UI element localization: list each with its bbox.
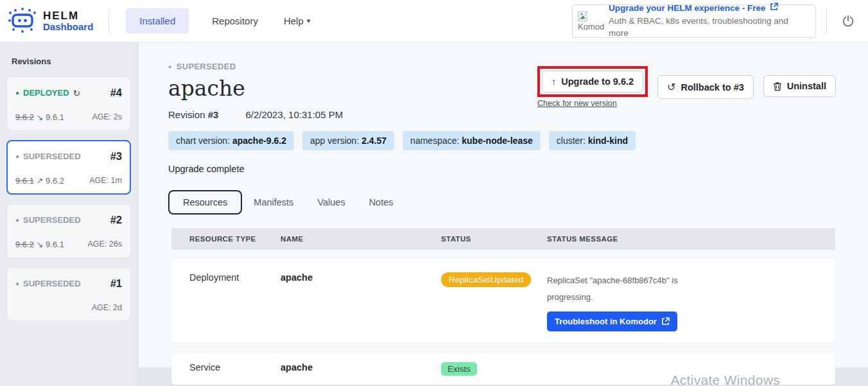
tab-values[interactable]: Values bbox=[317, 197, 345, 207]
revision-age: AGE: 2d bbox=[92, 303, 122, 312]
revision-number: #2 bbox=[110, 214, 122, 226]
revision-status: ● SUPERSEDED bbox=[15, 279, 81, 288]
reload-icon[interactable]: ↻ bbox=[73, 88, 81, 98]
status-message-line: progressing. bbox=[547, 289, 822, 306]
annotation-highlight-box: ↑ Upgrade to 9.6.2 bbox=[537, 66, 648, 97]
nav-menu-help[interactable]: Help ▾ bbox=[284, 15, 310, 26]
status-label: SUPERSEDED bbox=[23, 152, 81, 161]
help-label: Help bbox=[284, 15, 304, 26]
release-description: Upgrade complete bbox=[168, 164, 836, 174]
troubleshoot-komodor-button[interactable]: Troubleshoot in Komodor bbox=[547, 311, 677, 331]
status-dot-icon: ● bbox=[15, 153, 19, 160]
new-version: 9.6.1 bbox=[46, 240, 64, 249]
release-header: ● SUPERSEDED apache Revision #3 6/2/2023… bbox=[168, 62, 343, 120]
tab-resources[interactable]: Resources bbox=[168, 190, 242, 215]
logo-subtitle: Dashboard bbox=[43, 22, 93, 32]
revision-card-1[interactable]: ● SUPERSEDED #1 AGE: 2d bbox=[6, 267, 131, 321]
version-change: 9.6.2 ↘ 9.6.1 bbox=[15, 240, 64, 249]
nav-tab-repository[interactable]: Repository bbox=[212, 15, 258, 26]
status-message-line: ReplicaSet "apache-68fb867c4b" is bbox=[547, 272, 822, 289]
revision-age: AGE: 2s bbox=[92, 112, 122, 122]
status-dot-icon: ● bbox=[168, 64, 172, 70]
logo-title: HELM bbox=[43, 10, 93, 22]
release-detail-panel: ● SUPERSEDED apache Revision #3 6/2/2023… bbox=[139, 42, 868, 367]
revision-number: #4 bbox=[110, 87, 122, 99]
komodor-logo-broken-image: Komodor bbox=[578, 11, 605, 31]
resource-status-cell: ReplicaSetUpdated bbox=[441, 272, 547, 331]
col-header-resource-type: RESOURCE TYPE bbox=[171, 235, 281, 243]
komodor-image-alt-text: Komodor bbox=[578, 22, 605, 31]
status-badge-replicasetupdated: ReplicaSetUpdated bbox=[441, 272, 531, 287]
col-header-status: STATUS bbox=[441, 235, 547, 243]
logo-text: HELM Dashboard bbox=[43, 10, 93, 32]
status-label: DEPLOYED bbox=[23, 88, 69, 98]
status-label: SUPERSEDED bbox=[23, 279, 81, 288]
new-version: 9.6.1 bbox=[46, 112, 64, 122]
rollback-button[interactable]: ↺ Rollback to #3 bbox=[657, 75, 754, 99]
trash-icon bbox=[773, 82, 782, 91]
uninstall-button[interactable]: Uninstall bbox=[763, 75, 836, 97]
revision-meta: Revision #3 6/2/2023, 10:31:05 PM bbox=[168, 109, 343, 120]
revision-card-3-selected[interactable]: ● SUPERSEDED #3 9.6.1 ↗ 9.6.2 AGE: 1m bbox=[6, 140, 131, 195]
helm-dashboard-logo[interactable]: HELM Dashboard bbox=[8, 6, 93, 36]
downgrade-arrow-icon: ↘ bbox=[37, 112, 44, 122]
revision-card-2[interactable]: ● SUPERSEDED #2 9.6.2 ↘ 9.6.1 AGE: 26s bbox=[6, 204, 131, 258]
tab-notes[interactable]: Notes bbox=[369, 197, 394, 207]
detail-tabs: Resources Manifests Values Notes bbox=[168, 190, 836, 215]
broken-image-icon bbox=[578, 11, 592, 22]
activate-windows-watermark: Activate Windows bbox=[670, 373, 780, 386]
top-navigation-bar: HELM Dashboard Installed Repository Help… bbox=[0, 0, 868, 42]
power-icon bbox=[841, 14, 855, 28]
rollback-button-label: Rollback to #3 bbox=[681, 82, 743, 92]
shutdown-button[interactable] bbox=[841, 14, 855, 28]
resource-name-cell: apache bbox=[281, 272, 441, 331]
cluster-chip: cluster: kind-kind bbox=[549, 131, 636, 150]
revision-status: ● SUPERSEDED bbox=[15, 215, 81, 225]
topbar-divider bbox=[108, 9, 109, 33]
downgrade-arrow-icon: ↘ bbox=[37, 240, 44, 249]
caret-down-icon: ▾ bbox=[307, 17, 311, 25]
external-link-icon bbox=[770, 2, 778, 15]
resource-name-cell: apache bbox=[281, 362, 441, 376]
table-header-row: RESOURCE TYPE NAME STATUS STATUS MESSAGE bbox=[171, 228, 835, 250]
old-version: 9.6.2 bbox=[15, 240, 34, 249]
revision-age: AGE: 26s bbox=[88, 240, 123, 249]
version-change: 9.6.1 ↗ 9.6.2 bbox=[15, 176, 64, 186]
revision-status: ● DEPLOYED ↻ bbox=[15, 88, 80, 98]
release-meta-chips: chart version: apache-9.6.2 app version:… bbox=[168, 131, 836, 150]
upgrade-button[interactable]: ↑ Upgrade to 9.6.2 bbox=[542, 71, 643, 92]
upgrade-button-label: Upgrade to 9.6.2 bbox=[561, 76, 634, 87]
revision-number: #1 bbox=[110, 277, 122, 290]
table-row-deployment: Deployment apache ReplicaSetUpdated Repl… bbox=[171, 259, 835, 343]
banner-text: Upgrade your HELM experience - Free Auth… bbox=[609, 2, 810, 40]
external-link-icon bbox=[661, 317, 670, 326]
main-nav: Installed Repository Help ▾ bbox=[126, 8, 310, 33]
revision-age: AGE: 1m bbox=[89, 176, 122, 186]
old-version: 9.6.2 bbox=[15, 112, 34, 122]
revision-number: #3 bbox=[110, 150, 122, 162]
upgrade-arrow-icon: ↗ bbox=[37, 176, 44, 186]
release-status-badge: ● SUPERSEDED bbox=[168, 62, 343, 71]
uninstall-button-label: Uninstall bbox=[787, 81, 826, 91]
sidebar-title: Revisions bbox=[12, 57, 137, 66]
app-version-chip: app version: 2.4.57 bbox=[302, 131, 394, 150]
status-badge-exists: Exists bbox=[441, 362, 477, 376]
page-title: apache bbox=[168, 76, 343, 101]
revisions-sidebar: Revisions ● DEPLOYED ↻ #4 9.6.2 ↘ 9.6.1 … bbox=[0, 42, 138, 386]
col-header-name: NAME bbox=[281, 235, 441, 243]
new-version: 9.6.2 bbox=[46, 176, 64, 186]
tab-manifests[interactable]: Manifests bbox=[254, 197, 293, 207]
helm-logo-icon bbox=[8, 6, 37, 36]
namespace-chip: namespace: kube-node-lease bbox=[403, 131, 541, 150]
nav-tab-installed[interactable]: Installed bbox=[126, 8, 189, 33]
komodor-promo-banner[interactable]: Komodor Upgrade your HELM experience - F… bbox=[572, 4, 816, 38]
status-label: SUPERSEDED bbox=[23, 215, 81, 225]
status-message-cell: ReplicaSet "apache-68fb867c4b" is progre… bbox=[547, 272, 835, 331]
status-dot-icon: ● bbox=[15, 280, 19, 287]
check-new-version-link[interactable]: Check for new version bbox=[537, 99, 648, 108]
banner-title-link[interactable]: Upgrade your HELM experience - Free bbox=[609, 2, 810, 15]
revision-card-4[interactable]: ● DEPLOYED ↻ #4 9.6.2 ↘ 9.6.1 AGE: 2s bbox=[6, 76, 131, 131]
arrow-up-icon: ↑ bbox=[551, 76, 556, 87]
release-date: 6/2/2023, 10:31:05 PM bbox=[245, 109, 343, 120]
release-actions: ↑ Upgrade to 9.6.2 Check for new version… bbox=[537, 71, 836, 120]
